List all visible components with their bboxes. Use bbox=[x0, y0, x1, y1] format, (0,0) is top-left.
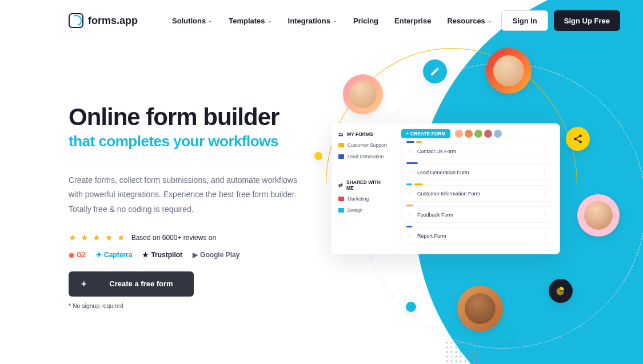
svg-point-2 bbox=[579, 141, 582, 143]
nav-pricing[interactable]: Pricing bbox=[353, 17, 378, 25]
decor-dot bbox=[314, 152, 322, 160]
folder-icon bbox=[338, 154, 344, 159]
form-card[interactable]: ☆Report Form⋮ bbox=[401, 227, 553, 244]
capterra-badge[interactable]: ✈ Capterra bbox=[96, 251, 132, 259]
pencil-icon bbox=[423, 59, 447, 83]
sign-in-button[interactable]: Sign In bbox=[501, 10, 548, 31]
reviews-row: ★ ★ ★ ★ ★ Based on 6000+ reviews on bbox=[69, 233, 309, 243]
kebab-icon[interactable]: ⋮ bbox=[542, 169, 547, 175]
hero-illustration: 🗂 MY FORMS Customer SupportLead Generati… bbox=[309, 51, 643, 364]
preview-sidebar: 🗂 MY FORMS Customer SupportLead Generati… bbox=[332, 123, 394, 254]
stars-icon: ★ ★ ★ ★ ★ bbox=[69, 233, 126, 243]
cta-note: * No signup required bbox=[69, 302, 309, 309]
form-card[interactable]: ☆Feedback Form⋮ bbox=[401, 206, 553, 223]
chevron-down-icon: ⌄ bbox=[208, 18, 213, 23]
decor-dot bbox=[406, 302, 416, 312]
review-badges: ◉ G2 ✈ Capterra ★ Trustpilot ▶ Google Pl… bbox=[69, 251, 309, 259]
decor-dots-grid bbox=[445, 341, 479, 363]
folder-icon: 🗂 bbox=[338, 131, 344, 137]
chevron-down-icon: ⌄ bbox=[267, 18, 272, 23]
avatar bbox=[577, 194, 620, 237]
avatar bbox=[457, 286, 503, 331]
kebab-icon[interactable]: ⋮ bbox=[542, 148, 547, 154]
logo-icon bbox=[69, 13, 83, 28]
hero: Online form builder that completes your … bbox=[0, 41, 309, 309]
folder-item[interactable]: Customer Support bbox=[332, 139, 394, 151]
form-card[interactable]: ☆Lead Generation Form⋮ bbox=[401, 164, 553, 181]
googleplay-badge[interactable]: ▶ Google Play bbox=[193, 251, 239, 259]
form-card[interactable]: ☆Customer Information Form⋮ bbox=[401, 185, 553, 202]
logo[interactable]: forms.app bbox=[69, 13, 138, 28]
app-preview-panel: 🗂 MY FORMS Customer SupportLead Generati… bbox=[332, 123, 560, 254]
folder-item[interactable]: Design bbox=[332, 205, 394, 216]
header: forms.app Solutions⌄Templates⌄Integratio… bbox=[0, 0, 643, 41]
create-form-cta[interactable]: + Create a free form bbox=[69, 271, 194, 297]
nav-templates[interactable]: Templates⌄ bbox=[229, 17, 271, 25]
share-icon bbox=[566, 127, 590, 151]
primary-nav: Solutions⌄Templates⌄Integrations⌄Pricing… bbox=[172, 17, 492, 25]
plus-icon: + bbox=[406, 131, 409, 137]
folder-icon bbox=[338, 143, 344, 147]
nav-resources[interactable]: Resources⌄ bbox=[447, 17, 492, 25]
svg-point-1 bbox=[574, 138, 577, 141]
chevron-down-icon: ⌄ bbox=[488, 18, 492, 23]
form-card[interactable]: ☆Contact Us Form⋮ bbox=[401, 143, 553, 159]
kebab-icon[interactable]: ⋮ bbox=[542, 233, 547, 239]
kebab-icon[interactable]: ⋮ bbox=[542, 211, 547, 218]
star-icon[interactable]: ☆ bbox=[408, 148, 413, 154]
shared-header: ⇄ SHARED WITH ME bbox=[332, 177, 394, 193]
hero-title: Online form builder bbox=[69, 104, 309, 130]
preview-main: + CREATE FORM ☆Contact Us Form⋮☆Lead Gen… bbox=[394, 123, 560, 254]
decor-dot bbox=[506, 335, 513, 342]
folder-item[interactable]: Lead Generation bbox=[332, 151, 394, 162]
star-icon[interactable]: ☆ bbox=[408, 169, 413, 175]
star-icon[interactable]: ☆ bbox=[408, 233, 413, 239]
kebab-icon[interactable]: ⋮ bbox=[542, 190, 547, 197]
logo-text: forms.app bbox=[88, 15, 138, 27]
folder-icon bbox=[338, 208, 344, 213]
nav-solutions[interactable]: Solutions⌄ bbox=[172, 17, 213, 25]
star-icon[interactable]: ☆ bbox=[408, 190, 413, 197]
share-icon: ⇄ bbox=[338, 182, 343, 188]
folder-item[interactable]: Marketing bbox=[332, 193, 394, 205]
trustpilot-badge[interactable]: ★ Trustpilot bbox=[142, 251, 182, 259]
chevron-down-icon: ⌄ bbox=[333, 18, 337, 23]
svg-point-0 bbox=[579, 135, 582, 138]
reviews-text: Based on 6000+ reviews on bbox=[131, 234, 216, 242]
hero-lead: Create forms, collect form submissions, … bbox=[69, 173, 297, 217]
my-forms-header: 🗂 MY FORMS bbox=[332, 129, 394, 139]
avatar bbox=[343, 74, 383, 114]
avatar bbox=[486, 48, 532, 94]
star-icon[interactable]: ☆ bbox=[408, 211, 413, 218]
chart-icon bbox=[549, 279, 573, 303]
cta-label: Create a free form bbox=[109, 279, 173, 288]
collaborators bbox=[455, 130, 502, 138]
create-form-button[interactable]: + CREATE FORM bbox=[401, 129, 450, 138]
plus-icon: + bbox=[81, 279, 86, 289]
hero-subtitle: that completes your workflows bbox=[69, 133, 309, 150]
g2-badge[interactable]: ◉ G2 bbox=[69, 251, 86, 259]
nav-integrations[interactable]: Integrations⌄ bbox=[288, 17, 337, 25]
folder-icon bbox=[338, 197, 344, 201]
nav-enterprise[interactable]: Enterprise bbox=[394, 17, 431, 25]
sign-up-button[interactable]: Sign Up Free bbox=[554, 10, 620, 31]
